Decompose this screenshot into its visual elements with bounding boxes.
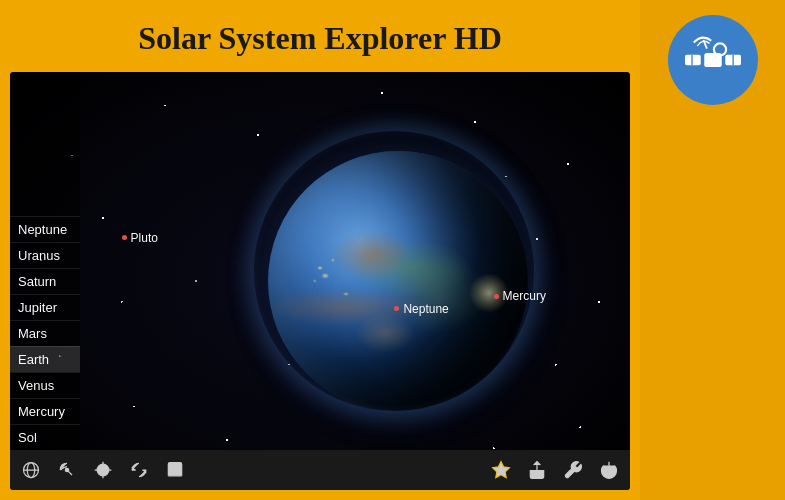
favorite-button[interactable]	[484, 453, 518, 487]
app-title: Solar System Explorer HD	[10, 10, 630, 72]
power-button[interactable]	[592, 453, 626, 487]
sidebar-item-earth[interactable]: Earth	[10, 346, 80, 372]
rotate-button[interactable]	[122, 453, 156, 487]
sidebar-item-neptune[interactable]: Neptune	[10, 216, 80, 242]
bottom-toolbar	[10, 450, 630, 490]
share-button[interactable]	[520, 453, 554, 487]
svg-rect-15	[685, 55, 701, 66]
toolbar-left	[10, 453, 196, 487]
sidebar-item-jupiter[interactable]: Jupiter	[10, 294, 80, 320]
svg-line-4	[68, 471, 72, 475]
sidebar-item-mercury[interactable]: Mercury	[10, 398, 80, 424]
globe-button[interactable]	[14, 453, 48, 487]
planet-sidebar: Neptune Uranus Saturn Jupiter Mars Earth…	[10, 72, 80, 450]
toolbar-right	[480, 453, 630, 487]
svg-marker-11	[493, 462, 510, 478]
book-button[interactable]	[158, 453, 192, 487]
app-icon	[668, 15, 758, 105]
target-button[interactable]	[86, 453, 120, 487]
sidebar-item-uranus[interactable]: Uranus	[10, 242, 80, 268]
space-label-neptune: Neptune	[394, 302, 448, 316]
sidebar-item-saturn[interactable]: Saturn	[10, 268, 80, 294]
tools-button[interactable]	[556, 453, 590, 487]
main-area: Solar System Explorer HD Pluto Neptune M…	[0, 0, 640, 500]
space-label-mercury: Mercury	[494, 289, 546, 303]
satellite-svg	[678, 25, 748, 95]
sidebar-item-venus[interactable]: Venus	[10, 372, 80, 398]
right-panel	[640, 0, 785, 500]
satellite-dish-button[interactable]	[50, 453, 84, 487]
space-label-pluto: Pluto	[122, 231, 158, 245]
viewer-container: Pluto Neptune Mercury Neptune Uranus Sat…	[10, 72, 630, 490]
svg-point-6	[101, 468, 106, 473]
sidebar-item-mars[interactable]: Mars	[10, 320, 80, 346]
sidebar-item-sol[interactable]: Sol	[10, 424, 80, 450]
